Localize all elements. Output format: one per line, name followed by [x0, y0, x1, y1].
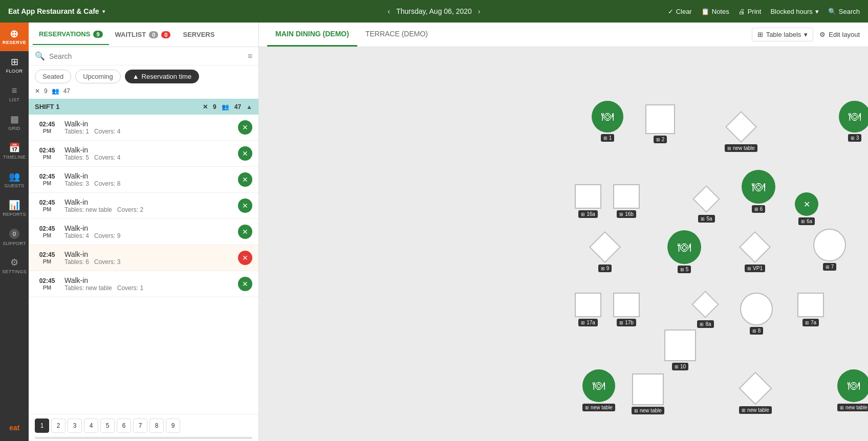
- reservation-time: 02:45PM: [35, 147, 59, 160]
- reservation-info: Walk-in Tables: 6 Covers: 3: [64, 250, 233, 266]
- page-6-button[interactable]: 6: [117, 418, 131, 433]
- table-8-label: ⊞ 8: [750, 327, 764, 335]
- table-8-wrapper[interactable]: ⊞ 8: [740, 293, 773, 335]
- blocked-hours-chevron-icon: ▾: [815, 8, 819, 15]
- shift-collapse-button[interactable]: ▲: [246, 103, 252, 111]
- new-table-top-wrapper[interactable]: ⊞ new table: [725, 111, 757, 152]
- table-2-wrapper[interactable]: ⊞ 2: [645, 104, 675, 143]
- prev-date-arrow[interactable]: ‹: [388, 7, 390, 15]
- covers-icon: ✕: [35, 87, 40, 95]
- table-8a-shape: [691, 291, 720, 319]
- sidebar-item-timeline[interactable]: 📅 TIMELINE: [0, 137, 29, 166]
- new-table-bl2-wrapper[interactable]: ⊞ new table: [632, 373, 664, 414]
- grid-view-icon: ⊞: [757, 31, 763, 38]
- table-3-label: ⊞ 3: [848, 134, 862, 142]
- sidebar-item-grid[interactable]: ▦ GRID: [0, 108, 29, 137]
- restaurant-chevron-icon[interactable]: ▾: [102, 8, 105, 15]
- pagination: 1 2 3 4 5 6 7 8 9: [29, 414, 258, 437]
- reservation-item[interactable]: 02:45PM Walk-in Tables: 6 Covers: 3 ✕: [29, 245, 258, 271]
- next-date-arrow[interactable]: ›: [478, 7, 481, 15]
- table-vp1-wrapper[interactable]: ⊞ VP1: [739, 231, 771, 272]
- table-labels-button[interactable]: ⊞ Table labels ▾: [752, 28, 814, 41]
- page-7-button[interactable]: 7: [133, 418, 147, 433]
- new-table-bl3-wrapper[interactable]: ⊞ new table: [739, 372, 772, 414]
- page-2-button[interactable]: 2: [51, 418, 66, 433]
- table-5a-wrapper[interactable]: ⊞ 5a: [692, 185, 721, 223]
- filter-icon[interactable]: ≡: [248, 52, 252, 61]
- table-17a-wrapper[interactable]: ⊞ 17a: [575, 293, 601, 326]
- table-10-wrapper[interactable]: ⊞ 10: [664, 329, 696, 370]
- eat-logo: eat: [4, 418, 25, 437]
- reservation-name: Walk-in: [64, 146, 233, 154]
- tab-terrace[interactable]: TERRACE (DEMO): [357, 23, 436, 47]
- search-input[interactable]: [49, 52, 244, 60]
- reservation-status: ✕: [238, 277, 252, 291]
- table-17b-shape: [613, 293, 640, 317]
- reservation-item[interactable]: 02:45PM Walk-in Tables: 5 Covers: 4 ✕: [29, 141, 258, 167]
- table-16a-label: ⊞ 16a: [578, 210, 598, 218]
- reservation-name: Walk-in: [64, 250, 233, 258]
- reservation-item[interactable]: 02:45PM Walk-in Tables: 1 Covers: 4 ✕: [29, 115, 258, 141]
- page-4-button[interactable]: 4: [84, 418, 98, 433]
- reservation-item[interactable]: 02:45PM Walk-in Tables: 3 Covers: 8 ✕: [29, 167, 258, 193]
- page-1-button[interactable]: 1: [35, 418, 49, 433]
- table-1-wrapper[interactable]: 🍽 ⊞ 1: [592, 101, 623, 142]
- tab-waitlist[interactable]: WAITLIST 0 0: [109, 25, 177, 45]
- table-8a-wrapper[interactable]: ⊞ 8a: [691, 291, 720, 328]
- page-9-button[interactable]: 9: [166, 418, 180, 433]
- table-17b-wrapper[interactable]: ⊞ 17b: [613, 293, 640, 326]
- tab-reservations[interactable]: RESERVATIONS 9: [33, 24, 109, 45]
- table-9-wrapper[interactable]: ⊞ 9: [589, 231, 621, 272]
- fork-knife-icon-6: 🍽: [752, 179, 765, 195]
- table-10-shape: [664, 329, 696, 361]
- table-3-wrapper[interactable]: 🍽 ⊞ 3: [839, 101, 868, 142]
- reserve-button[interactable]: ⊕ RESERVE: [0, 23, 29, 51]
- table-7a-wrapper[interactable]: ⊞ 7a: [797, 293, 824, 326]
- tab-servers[interactable]: SERVERS: [177, 25, 221, 45]
- reservation-item[interactable]: 02:45PM Walk-in Tables: 4 Covers: 9 ✕: [29, 219, 258, 245]
- table-16b-wrapper[interactable]: ⊞ 16b: [613, 184, 640, 218]
- sidebar-item-settings[interactable]: ⚙ SETTINGS: [0, 252, 29, 280]
- reservation-item[interactable]: 02:45PM Walk-in Tables: new table Covers…: [29, 193, 258, 219]
- search-nav-button[interactable]: 🔍 Search: [828, 8, 860, 15]
- table-5-wrapper[interactable]: 🍽 ⊞ 5: [667, 230, 701, 273]
- reservation-time-filter-button[interactable]: ▲ Reservation time: [125, 70, 199, 83]
- reservation-info: Walk-in Tables: 5 Covers: 4: [64, 146, 233, 161]
- sidebar-item-floor[interactable]: ⊞ FLOOR: [0, 51, 29, 80]
- check-icon: ✓: [668, 8, 674, 15]
- reservation-info: Walk-in Tables: 4 Covers: 9: [64, 224, 233, 239]
- edit-layout-button[interactable]: ⚙ Edit layout: [819, 31, 860, 38]
- tab-main-dining[interactable]: MAIN DINING (DEMO): [267, 23, 357, 47]
- table-6a-wrapper[interactable]: ✕ ⊞ 6a: [795, 192, 818, 225]
- print-button[interactable]: 🖨 Print: [739, 8, 762, 15]
- blocked-hours-button[interactable]: Blocked hours ▾: [770, 8, 818, 15]
- seated-filter-button[interactable]: Seated: [35, 70, 71, 83]
- table-6-shape: 🍽: [742, 170, 775, 204]
- shift-header: SHIFT 1 ✕ 9 👥 47 ▲: [29, 99, 258, 115]
- page-8-button[interactable]: 8: [149, 418, 164, 433]
- table-16a-wrapper[interactable]: ⊞ 16a: [575, 184, 601, 218]
- reservation-info: Walk-in Tables: 3 Covers: 8: [64, 172, 233, 187]
- upcoming-filter-button[interactable]: Upcoming: [75, 70, 121, 83]
- restaurant-name[interactable]: Eat App Restaurant & Cafe: [8, 7, 99, 15]
- clear-button[interactable]: ✓ Clear: [668, 8, 692, 15]
- page-5-button[interactable]: 5: [100, 418, 115, 433]
- sidebar-item-support[interactable]: 0 SUPPORT: [0, 223, 29, 252]
- reservation-item[interactable]: 02:45PM Walk-in Tables: new table Covers…: [29, 271, 258, 297]
- grid-label: GRID: [8, 126, 20, 131]
- new-table-bl1-wrapper[interactable]: 🍽 ⊞ new table: [582, 369, 615, 411]
- table-7-wrapper[interactable]: ⊞ 7: [813, 229, 846, 271]
- sidebar-item-list[interactable]: ≡ LIST: [0, 80, 29, 108]
- reservation-details: Tables: 4 Covers: 9: [64, 232, 233, 239]
- new-table-bl3-shape: [739, 372, 772, 405]
- reservation-list: 02:45PM Walk-in Tables: 1 Covers: 4 ✕ 02…: [29, 115, 258, 414]
- new-table-bl2-shape: [632, 373, 664, 405]
- sidebar-item-reports[interactable]: 📊 REPORTS: [0, 194, 29, 223]
- new-table-bl4-wrapper[interactable]: 🍽 ⊞ new table: [837, 369, 868, 411]
- floor-plan: 🍽 ⊞ 1 ⊞ 2 ⊞ new table 🍽 ⊞: [259, 47, 868, 441]
- sidebar-item-guests[interactable]: 👥 GUESTS: [0, 166, 29, 194]
- page-3-button[interactable]: 3: [68, 418, 82, 433]
- table-6-wrapper[interactable]: 🍽 ⊞ 6: [742, 170, 775, 213]
- guests-label: GUESTS: [5, 183, 25, 188]
- notes-button[interactable]: 📋 Notes: [701, 8, 729, 15]
